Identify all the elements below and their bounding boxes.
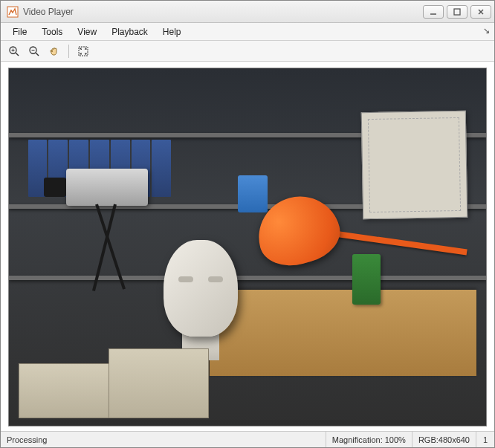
menu-tools[interactable]: Tools (34, 25, 70, 39)
svg-line-4 (16, 53, 19, 56)
magnification-label: Magnification: (332, 435, 383, 444)
close-button[interactable] (470, 5, 491, 19)
window-controls (423, 5, 491, 19)
menu-file[interactable]: File (5, 25, 34, 39)
fit-icon (77, 45, 89, 57)
pan-button[interactable] (45, 43, 63, 59)
zoom-in-button[interactable] (5, 43, 23, 59)
status-frame: 1 (476, 432, 494, 447)
status-format: RGB:480x640 (412, 432, 476, 447)
minimize-button[interactable] (423, 5, 444, 19)
zoom-out-button[interactable] (25, 43, 43, 59)
statusbar: Processing Magnification: 100% RGB:480x6… (1, 431, 494, 447)
toolbar-separator (68, 45, 69, 58)
status-state: Processing (1, 432, 326, 447)
maximize-button[interactable] (447, 5, 468, 19)
hand-icon (48, 45, 60, 57)
toolbar (1, 41, 494, 62)
status-magnification: Magnification: 100% (326, 432, 412, 447)
menu-help[interactable]: Help (155, 25, 189, 39)
zoom-in-icon (8, 45, 20, 57)
titlebar: Video Player (1, 1, 494, 23)
svg-line-8 (36, 53, 39, 56)
magnification-value: 100% (385, 435, 406, 444)
fit-to-window-button[interactable] (74, 43, 92, 59)
menu-view[interactable]: View (70, 25, 104, 39)
menu-overflow-icon[interactable]: ↘ (483, 26, 490, 36)
svg-rect-2 (454, 9, 460, 15)
zoom-out-icon (28, 45, 40, 57)
video-frame[interactable] (8, 68, 487, 426)
svg-rect-10 (79, 47, 88, 56)
video-content (9, 68, 486, 426)
window-title: Video Player (23, 7, 423, 17)
app-icon (7, 6, 19, 18)
menu-playback[interactable]: Playback (104, 25, 155, 39)
menubar: File Tools View Playback Help ↘ (1, 23, 494, 41)
viewport (1, 62, 494, 431)
